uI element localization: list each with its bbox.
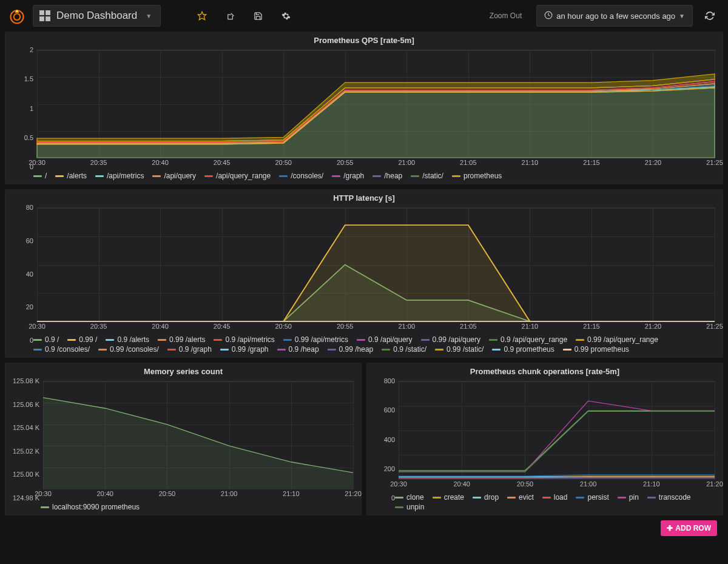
legend-item[interactable]: localhost:9090 prometheus (41, 503, 140, 511)
x-tick: 20:50 (517, 480, 534, 488)
legend-item[interactable]: 0.9 /graph (167, 345, 212, 354)
legend-item[interactable]: /heap (372, 172, 402, 180)
plot-area[interactable]: 20:3020:4020:5021:0021:1021:20 (399, 381, 715, 480)
x-tick: 21:20 (645, 159, 662, 166)
x-tick: 21:15 (583, 159, 600, 166)
legend-item[interactable]: /static/ (411, 172, 443, 180)
star-icon[interactable] (191, 5, 213, 27)
x-tick: 20:40 (152, 323, 169, 330)
legend-label: prometheus (463, 172, 502, 180)
legend-item[interactable]: 0.99 /heap (328, 345, 374, 354)
legend-item[interactable]: create (433, 493, 464, 502)
legend-item[interactable]: 0.9 /alerts (106, 335, 149, 344)
x-tick: 21:05 (460, 159, 477, 166)
topnav: Demo Dashboard ▼ Zoom Out an hour ago to… (0, 0, 728, 32)
legend-label: /static/ (422, 172, 443, 180)
legend-item[interactable]: 0.99 /api/metrics (283, 335, 348, 344)
save-icon[interactable] (247, 5, 269, 27)
refresh-icon[interactable] (699, 5, 721, 27)
legend-swatch (33, 339, 42, 341)
legend-label: 0.99 /heap (339, 345, 374, 354)
panel-title: Prometheus chunk operations [rate-5m] (367, 363, 723, 377)
legend-label: /alerts (67, 172, 87, 180)
legend-item[interactable]: 0.99 prometheus (563, 345, 629, 354)
time-range-label: an hour ago to a few seconds ago (556, 12, 675, 21)
y-tick: 125.04 K (9, 424, 39, 431)
legend-swatch (95, 175, 104, 177)
gear-icon[interactable] (275, 5, 297, 27)
svg-marker-6 (198, 12, 206, 19)
x-tick: 20:40 (96, 490, 113, 497)
legend-label: 0.9 /static/ (393, 345, 426, 354)
x-tick: 21:10 (283, 490, 300, 497)
legend-item[interactable]: 0.99 / (67, 335, 97, 344)
x-tick: 21:20 (345, 490, 362, 497)
legend: clonecreatedropevictloadpersistpintransc… (367, 491, 723, 515)
legend-item[interactable]: 0.9 /api/metrics (214, 335, 274, 344)
legend-item[interactable]: /api/query_range (204, 172, 271, 180)
svg-rect-2 (39, 10, 44, 15)
legend-item[interactable]: /api/query (152, 172, 196, 180)
y-tick: 60 (9, 237, 33, 244)
plot-area[interactable]: 20:3020:4020:5021:0021:1021:20 (43, 381, 354, 489)
add-row-button[interactable]: ✚ ADD ROW (661, 520, 717, 536)
x-tick: 20:45 (214, 323, 231, 330)
x-tick: 21:00 (399, 323, 416, 330)
panel-prometheus-qps[interactable]: Prometheus QPS [rate-5m] 20:3020:3520:40… (5, 32, 723, 184)
legend-item[interactable]: 0.99 /api/query_range (576, 335, 658, 344)
legend-item[interactable]: pin (618, 493, 639, 502)
legend-item[interactable]: / (33, 172, 47, 180)
plus-icon: ✚ (667, 524, 673, 532)
legend-swatch (647, 497, 656, 499)
share-icon[interactable] (219, 5, 241, 27)
y-tick: 0 (9, 163, 33, 170)
legend-label: /graph (343, 172, 364, 180)
panel-chunk-operations[interactable]: Prometheus chunk operations [rate-5m] 20… (366, 363, 723, 515)
legend-item[interactable]: load (542, 493, 568, 502)
legend-swatch (473, 497, 481, 499)
time-range-picker[interactable]: an hour ago to a few seconds ago ▼ (536, 5, 693, 27)
legend-item[interactable]: persist (576, 493, 608, 502)
legend-item[interactable]: 0.9 /static/ (382, 345, 426, 354)
legend-item[interactable]: /api/metrics (95, 172, 144, 180)
legend-item[interactable]: prometheus (452, 172, 502, 180)
x-tick: 21:10 (643, 480, 660, 488)
legend-item[interactable]: clone (395, 493, 424, 502)
zoom-out-button[interactable]: Zoom Out (481, 12, 530, 20)
panel-memory-series[interactable]: Memory series count 20:3020:4020:5021:00… (5, 363, 362, 515)
legend-item[interactable]: 0.99 /graph (220, 345, 269, 354)
legend-label: /heap (384, 172, 402, 180)
legend-swatch (452, 175, 460, 177)
legend-swatch (507, 497, 516, 499)
legend-item[interactable]: /consoles/ (279, 172, 323, 180)
legend-item[interactable]: 0.99 /static/ (435, 345, 484, 354)
legend-swatch (41, 506, 49, 508)
legend-item[interactable]: 0.9 /heap (277, 345, 319, 354)
legend-item[interactable]: evict (507, 493, 534, 502)
legend-item[interactable]: 0.99 /consoles/ (98, 345, 159, 354)
legend-item[interactable]: 0.99 /api/query (421, 335, 480, 344)
grafana-logo-icon[interactable] (7, 6, 27, 25)
legend-label: 0.9 /api/metrics (225, 335, 274, 344)
legend-item[interactable]: 0.9 / (33, 335, 59, 344)
plot-area[interactable]: 20:3020:3520:4020:4520:5020:5521:0021:05… (37, 207, 715, 322)
dashboard-picker[interactable]: Demo Dashboard ▼ (33, 5, 161, 27)
x-tick: 20:45 (214, 159, 231, 166)
legend-item[interactable]: drop (473, 493, 499, 502)
legend-item[interactable]: 0.9 /api/query (357, 335, 413, 344)
legend-swatch (433, 497, 441, 499)
legend-item[interactable]: 0.9 /consoles/ (33, 345, 90, 354)
legend-item[interactable]: /alerts (55, 172, 87, 180)
plot-area[interactable]: 20:3020:3520:4020:4520:5020:5521:0021:05… (37, 50, 715, 158)
legend-swatch (33, 175, 42, 177)
panel-http-latency[interactable]: HTTP latency [s] 20:3020:3520:4020:4520:… (5, 189, 723, 358)
legend-label: 0.99 prometheus (575, 345, 629, 354)
legend-item[interactable]: 0.9 prometheus (492, 345, 554, 354)
legend-item[interactable]: unpin (395, 503, 424, 511)
legend-item[interactable]: /graph (332, 172, 364, 180)
legend-swatch (372, 175, 381, 177)
legend: 0.9 /0.99 /0.9 /alerts0.99 /alerts0.9 /a… (5, 333, 723, 357)
legend-item[interactable]: 0.9 /api/query_range (489, 335, 567, 344)
legend-item[interactable]: transcode (647, 493, 691, 502)
legend-item[interactable]: 0.99 /alerts (158, 335, 205, 344)
